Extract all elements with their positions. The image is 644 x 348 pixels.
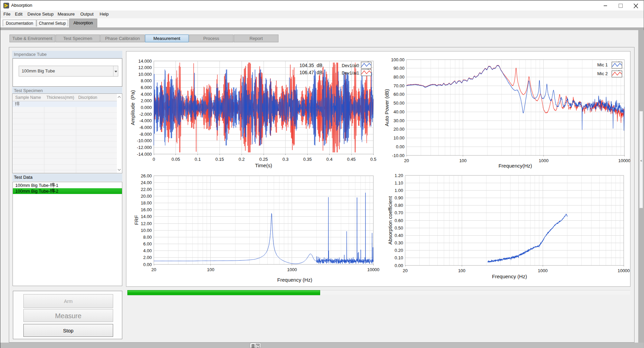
svg-text:100: 100	[459, 158, 467, 163]
svg-text:8.00: 8.00	[143, 235, 152, 240]
svg-text:2.00: 2.00	[143, 255, 152, 260]
svg-text:Frequency (Hz): Frequency (Hz)	[277, 277, 312, 283]
svg-text:20: 20	[151, 267, 156, 272]
svg-text:6.00: 6.00	[143, 241, 152, 246]
svg-text:0.50: 0.50	[395, 225, 403, 231]
svg-text:-14.000: -14.000	[137, 152, 152, 157]
svg-text:0.00: 0.00	[143, 262, 152, 267]
svg-text:4.000: 4.000	[141, 92, 152, 97]
svg-text:Frequency (Hz): Frequency (Hz)	[492, 274, 527, 279]
svg-text:0.00: 0.00	[396, 144, 404, 149]
svg-text:70.00: 70.00	[393, 83, 404, 88]
svg-text:-10.00: -10.00	[392, 153, 404, 158]
svg-text:18.00: 18.00	[141, 200, 152, 205]
svg-text:12.00: 12.00	[141, 221, 152, 226]
svg-text:Frequency(Hz): Frequency(Hz)	[498, 163, 532, 169]
svg-text:12.000: 12.000	[138, 65, 152, 70]
svg-text:0.25: 0.25	[259, 157, 268, 162]
svg-text:Mic 1: Mic 1	[597, 62, 608, 67]
svg-text:6.000: 6.000	[141, 85, 152, 90]
svg-text:16.00: 16.00	[141, 207, 152, 212]
svg-text:Dev1/ai1: Dev1/ai1	[342, 70, 359, 75]
svg-text:0.20: 0.20	[395, 248, 403, 253]
svg-text:0.4: 0.4	[326, 157, 332, 162]
svg-text:0.80: 0.80	[395, 203, 403, 208]
svg-text:22.00: 22.00	[141, 187, 152, 192]
svg-text:-2.000: -2.000	[139, 112, 152, 117]
svg-text:-4.000: -4.000	[139, 118, 152, 123]
svg-text:14.000: 14.000	[138, 59, 152, 64]
svg-text:-8.000: -8.000	[139, 132, 152, 137]
svg-text:Absorption coefficient: Absorption coefficient	[387, 196, 393, 245]
svg-text:Mic 2: Mic 2	[597, 71, 608, 76]
svg-text:24.00: 24.00	[141, 180, 152, 185]
svg-text:10000: 10000	[618, 268, 630, 273]
svg-text:8.000: 8.000	[141, 78, 152, 83]
svg-text:Dev1/ai0: Dev1/ai0	[342, 63, 359, 68]
svg-text:Amplitude (Pa): Amplitude (Pa)	[130, 90, 136, 125]
svg-text:0.000: 0.000	[141, 105, 152, 110]
svg-text:0.10: 0.10	[395, 255, 403, 260]
svg-text:0.35: 0.35	[303, 157, 312, 162]
svg-text:0.70: 0.70	[395, 210, 403, 215]
svg-text:0.00: 0.00	[395, 263, 403, 268]
svg-text:Auto Power (dB): Auto Power (dB)	[384, 89, 390, 126]
svg-text:20.00: 20.00	[393, 127, 404, 132]
svg-text:60.00: 60.00	[393, 92, 404, 97]
svg-text:106.47 dB: 106.47 dB	[299, 70, 323, 75]
svg-text:100: 100	[458, 268, 465, 273]
svg-text:90.00: 90.00	[393, 66, 404, 71]
svg-text:FRF: FRF	[133, 215, 139, 225]
svg-text:-6.000: -6.000	[139, 125, 152, 130]
svg-text:104.35 dB: 104.35 dB	[299, 63, 323, 68]
svg-text:0.05: 0.05	[171, 157, 180, 162]
svg-text:40.00: 40.00	[393, 109, 404, 114]
svg-text:50.00: 50.00	[393, 101, 404, 106]
svg-text:0.30: 0.30	[395, 240, 403, 245]
svg-text:14.00: 14.00	[141, 214, 152, 219]
svg-text:20: 20	[404, 158, 409, 163]
svg-text:26.00: 26.00	[141, 173, 152, 178]
svg-text:1.10: 1.10	[395, 180, 403, 186]
svg-text:30.00: 30.00	[393, 118, 404, 123]
svg-text:0.3: 0.3	[283, 157, 289, 162]
svg-text:10.00: 10.00	[393, 135, 404, 140]
svg-text:0.15: 0.15	[215, 157, 224, 162]
svg-text:0.60: 0.60	[395, 218, 403, 223]
svg-text:1000: 1000	[287, 267, 297, 272]
svg-text:-10.000: -10.000	[137, 138, 152, 143]
svg-text:2.000: 2.000	[141, 98, 152, 103]
svg-text:1000: 1000	[539, 158, 548, 163]
svg-text:0: 0	[152, 157, 155, 162]
svg-text:20: 20	[403, 268, 408, 273]
svg-text:10000: 10000	[618, 158, 630, 163]
svg-text:-12.000: -12.000	[137, 145, 152, 150]
svg-text:1.00: 1.00	[395, 188, 403, 193]
svg-text:0.1: 0.1	[195, 157, 201, 162]
svg-text:100: 100	[207, 267, 214, 272]
svg-text:0.90: 0.90	[395, 195, 403, 200]
svg-text:4.00: 4.00	[143, 248, 152, 253]
svg-text:1.20: 1.20	[395, 173, 403, 178]
svg-text:0.5: 0.5	[370, 157, 376, 162]
svg-text:10.000: 10.000	[138, 72, 152, 77]
svg-text:0.40: 0.40	[395, 233, 403, 238]
svg-text:Time(s): Time(s)	[255, 162, 272, 168]
svg-text:0.2: 0.2	[238, 157, 245, 162]
svg-text:80.00: 80.00	[393, 74, 404, 80]
svg-text:1000: 1000	[538, 268, 548, 273]
svg-text:20.00: 20.00	[141, 194, 152, 199]
svg-text:100.00: 100.00	[391, 57, 404, 62]
svg-text:10.00: 10.00	[141, 228, 152, 233]
svg-text:0.45: 0.45	[347, 157, 356, 162]
svg-text:10000: 10000	[367, 267, 379, 272]
